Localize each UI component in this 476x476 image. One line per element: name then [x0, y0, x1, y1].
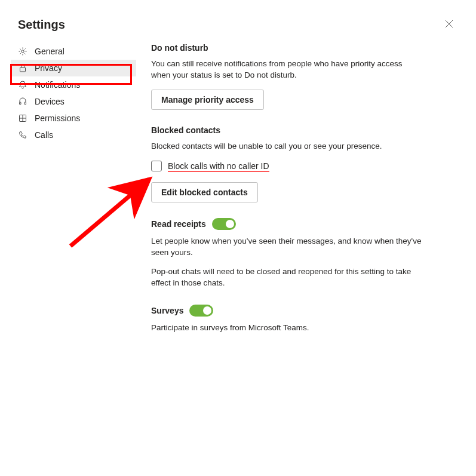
bell-icon: [18, 80, 27, 90]
sidebar-item-calls[interactable]: Calls: [11, 127, 136, 143]
close-icon: [445, 19, 453, 30]
edit-blocked-contacts-button[interactable]: Edit blocked contacts: [151, 182, 258, 202]
lock-icon: [18, 63, 27, 73]
dnd-heading: Do not disturb: [151, 43, 423, 53]
blocked-heading: Blocked contacts: [151, 125, 423, 135]
sidebar-item-label: Calls: [35, 130, 53, 140]
phone-icon: [18, 130, 27, 140]
sidebar-item-label: Permissions: [35, 113, 80, 123]
section-do-not-disturb: Do not disturb You can still receive not…: [151, 43, 423, 110]
read-receipts-heading: Read receipts: [151, 219, 206, 229]
svg-rect-5: [24, 102, 26, 105]
sidebar-item-label: Notifications: [35, 80, 80, 90]
surveys-heading: Surveys: [151, 306, 183, 315]
surveys-description: Participate in surveys from Microsoft Te…: [151, 323, 423, 334]
block-no-caller-id-checkbox[interactable]: [151, 161, 162, 171]
sidebar-item-devices[interactable]: Devices: [11, 93, 136, 110]
sidebar-item-notifications[interactable]: Notifications: [11, 76, 136, 93]
sidebar-item-label: Privacy: [35, 63, 62, 73]
blocked-description: Blocked contacts will be unable to call …: [151, 141, 423, 152]
read-receipts-description-2: Pop-out chats will need to be closed and…: [151, 266, 423, 289]
block-no-caller-id-row: Block calls with no caller ID: [151, 161, 423, 171]
package-icon: [18, 113, 27, 123]
sidebar-item-label: General: [35, 47, 65, 56]
content-panel: Do not disturb You can still receive not…: [136, 43, 465, 349]
surveys-toggle[interactable]: [189, 305, 213, 317]
sidebar: General Privacy Notifications: [11, 43, 136, 349]
manage-priority-access-button[interactable]: Manage priority access: [151, 90, 264, 110]
dnd-description: You can still receive notifications from…: [151, 59, 423, 81]
section-read-receipts: Read receipts Let people know when you'v…: [151, 218, 423, 290]
svg-rect-3: [20, 67, 26, 72]
svg-rect-4: [20, 102, 22, 105]
sidebar-item-label: Devices: [35, 97, 65, 106]
read-receipts-description-1: Let people know when you've seen their m…: [151, 236, 423, 259]
read-receipts-toggle[interactable]: [212, 218, 236, 230]
page-title: Settings: [18, 18, 65, 32]
section-blocked-contacts: Blocked contacts Blocked contacts will b…: [151, 125, 423, 202]
sidebar-item-general[interactable]: General: [11, 43, 136, 60]
block-no-caller-id-label[interactable]: Block calls with no caller ID: [168, 161, 269, 171]
svg-point-2: [22, 50, 24, 53]
section-surveys: Surveys Participate in surveys from Micr…: [151, 305, 423, 334]
sidebar-item-privacy[interactable]: Privacy: [11, 60, 136, 76]
close-button[interactable]: [440, 17, 458, 32]
sidebar-item-permissions[interactable]: Permissions: [11, 110, 136, 127]
gear-icon: [18, 47, 27, 56]
headset-icon: [18, 97, 27, 106]
